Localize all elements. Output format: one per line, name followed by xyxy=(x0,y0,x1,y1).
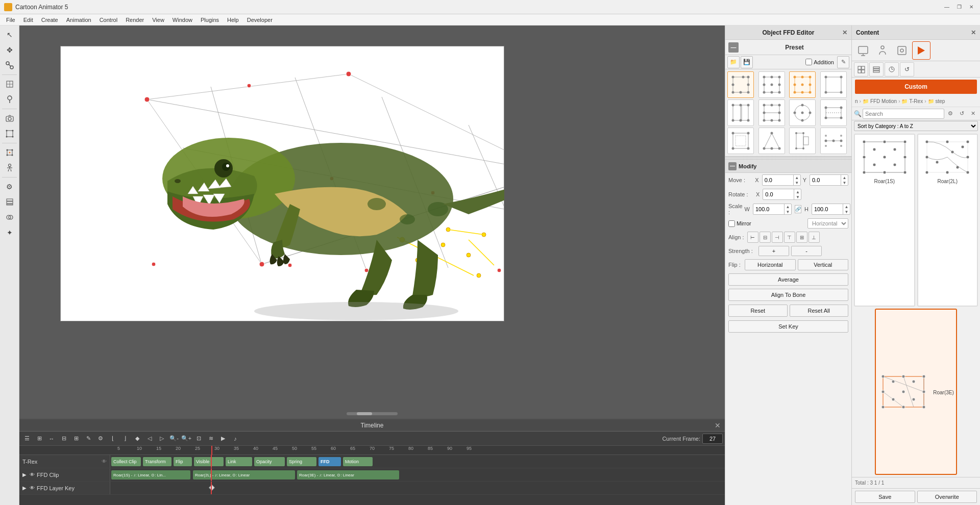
ffd-align-to-bone-btn[interactable]: Align To Bone xyxy=(728,289,848,301)
ffd-shape-1[interactable] xyxy=(727,71,754,98)
ffd-average-btn[interactable]: Average xyxy=(728,273,848,286)
ffd-shape-9[interactable] xyxy=(727,128,754,154)
ffd-shape-11[interactable] xyxy=(789,128,816,154)
trex-motion[interactable]: Motion xyxy=(343,457,373,466)
tl-snap-btn[interactable]: ↔ xyxy=(46,433,57,444)
ffd-roar3e[interactable]: Roar(3E) - ♪: Linear, ⊙: Linear xyxy=(297,470,399,479)
pin-tool-button[interactable] xyxy=(3,92,17,107)
tl-key-btn[interactable]: ◆ xyxy=(132,433,143,444)
frame-number-input[interactable] xyxy=(702,434,723,444)
content-custom-button[interactable]: Custom xyxy=(855,80,977,94)
mesh-tool-button[interactable] xyxy=(3,77,17,91)
ffd-layer-eye[interactable]: 👁 xyxy=(30,485,35,491)
ffd-set-key-button[interactable]: Set Key xyxy=(728,320,848,333)
tl-zoom-out-btn[interactable]: 🔍- xyxy=(168,433,180,444)
restore-button[interactable]: ❐ xyxy=(954,3,964,12)
ffd-align-center-v[interactable]: ⊞ xyxy=(796,232,807,243)
ffd-addition-checkbox[interactable] xyxy=(805,59,812,65)
ik-tool-button[interactable]: ⚙ xyxy=(3,180,17,194)
menu-view[interactable]: View xyxy=(148,16,168,24)
menu-animation[interactable]: Animation xyxy=(62,16,95,24)
key-diamond[interactable] xyxy=(209,485,214,490)
ffd-reset-all-btn[interactable]: Reset All xyxy=(790,305,849,317)
transform-tool-button[interactable] xyxy=(3,127,17,141)
tl-list-btn[interactable]: ☰ xyxy=(21,433,33,444)
content-character-btn[interactable] xyxy=(873,41,892,60)
particle-tool-button[interactable]: ✦ xyxy=(3,225,17,240)
ffd-move-x-input[interactable]: ▲▼ xyxy=(762,174,801,186)
ffd-preset-collapse[interactable]: — xyxy=(728,42,739,53)
ffd-roar1s[interactable]: Roar(1S) - ♪: Linear, ⊙: Lin... xyxy=(111,470,190,479)
breadcrumb-trex[interactable]: T-Rex xyxy=(909,98,923,104)
ffd-scale-w-input[interactable]: ▲▼ xyxy=(753,204,792,215)
tl-settings-btn[interactable]: ⚙ xyxy=(95,433,106,444)
breadcrumb-ffd-motion[interactable]: FFD Motion xyxy=(870,98,897,104)
menu-file[interactable]: File xyxy=(2,16,19,24)
ffd-mirror-label[interactable]: Mirror xyxy=(728,220,751,227)
trex-flip[interactable]: Flip xyxy=(174,457,192,466)
ffd-clip-arrow[interactable]: ▶ xyxy=(22,472,27,477)
tl-play-btn[interactable]: ▶ xyxy=(217,433,229,444)
puppet-tool-button[interactable] xyxy=(3,161,17,175)
trex-track-eye[interactable]: 👁 xyxy=(102,459,107,464)
content-sub-2[interactable] xyxy=(869,62,884,77)
ffd-shape-2[interactable] xyxy=(758,71,785,98)
ffd-layer-arrow[interactable]: ▶ xyxy=(22,485,27,491)
ffd-save-btn[interactable]: 💾 xyxy=(741,56,753,68)
ffd-move-y-input[interactable]: ▲▼ xyxy=(810,174,848,186)
ffd-rotate-input[interactable]: ▲▼ xyxy=(763,189,801,200)
ffd-shape-12[interactable] xyxy=(820,128,847,154)
ffd-shape-7[interactable] xyxy=(789,99,816,126)
menu-control[interactable]: Control xyxy=(95,16,121,24)
ffd-roar2l[interactable]: Roar(2L) - ♪: Linear, ⊙: Linear xyxy=(193,470,295,479)
trex-ffd[interactable]: FFD xyxy=(318,457,341,466)
select-tool-button[interactable]: ↖ xyxy=(3,28,17,42)
preset-roar3e[interactable]: Roar(3E) xyxy=(875,309,957,475)
ffd-align-center-h[interactable]: ⊟ xyxy=(760,232,771,243)
menu-help[interactable]: Help xyxy=(223,16,243,24)
search-filter-btn[interactable]: ⚙ xyxy=(945,109,955,119)
content-scene-btn[interactable] xyxy=(854,41,872,60)
trex-opacity[interactable]: Opacity xyxy=(254,457,285,466)
ffd-editor-close[interactable]: ✕ xyxy=(842,29,847,36)
close-button[interactable]: ✕ xyxy=(967,3,976,12)
ffd-strength-minus[interactable]: - xyxy=(791,246,822,256)
camera-tool-button[interactable] xyxy=(3,111,17,125)
ffd-strength-plus[interactable]: + xyxy=(758,246,789,256)
tl-audio-btn[interactable]: ♪ xyxy=(230,433,241,444)
content-search-input[interactable] xyxy=(863,109,944,119)
tl-grid-btn[interactable]: ⊞ xyxy=(34,433,45,444)
breadcrumb-step[interactable]: step xyxy=(936,98,945,104)
ffd-shape-10[interactable] xyxy=(758,128,785,154)
ffd-flip-vertical[interactable]: Vertical xyxy=(798,259,849,270)
layer-tool-button[interactable] xyxy=(3,195,17,209)
preset-overwrite-btn[interactable]: Overwrite xyxy=(917,491,977,503)
trex-spring[interactable]: Spring xyxy=(287,457,316,466)
tl-zoom-in-btn[interactable]: 🔍+ xyxy=(181,433,192,444)
preset-save-btn[interactable]: Save xyxy=(855,491,915,503)
canvas-viewport[interactable] xyxy=(19,26,725,418)
ffd-shape-4[interactable] xyxy=(820,71,847,98)
ffd-pencil-btn[interactable]: ✎ xyxy=(837,56,849,68)
tl-fit-btn[interactable]: ⊡ xyxy=(193,433,204,444)
tl-prev-btn[interactable]: ◁ xyxy=(144,433,155,444)
ffd-flip-horizontal[interactable]: Horizontal xyxy=(745,259,796,270)
breadcrumb-home[interactable]: n xyxy=(855,98,858,104)
composite-tool-button[interactable] xyxy=(3,210,17,224)
ffd-scale-h-input[interactable]: ▲▼ xyxy=(812,204,850,215)
timeline-close-button[interactable]: ✕ xyxy=(715,421,721,430)
ffd-shape-3[interactable] xyxy=(789,71,816,98)
menu-developer[interactable]: Developer xyxy=(243,16,277,24)
menu-render[interactable]: Render xyxy=(121,16,148,24)
ffd-folder-btn[interactable]: 📁 xyxy=(727,56,740,68)
menu-window[interactable]: Window xyxy=(168,16,197,24)
ffd-clip-eye[interactable]: 👁 xyxy=(30,472,35,477)
search-close-btn[interactable]: ✕ xyxy=(968,109,978,119)
content-sub-3[interactable] xyxy=(885,62,899,77)
tl-mark1-btn[interactable]: ⌊ xyxy=(107,433,118,444)
content-sort-select[interactable]: Sort by Category : A to Z Sort by Catego… xyxy=(854,121,978,131)
tl-collapse-btn[interactable]: ⊟ xyxy=(58,433,69,444)
ffd-reset-btn[interactable]: Reset xyxy=(728,305,788,317)
preset-roar2l[interactable]: Roar(2L) xyxy=(917,134,978,307)
tl-expand-btn[interactable]: ⊞ xyxy=(70,433,82,444)
